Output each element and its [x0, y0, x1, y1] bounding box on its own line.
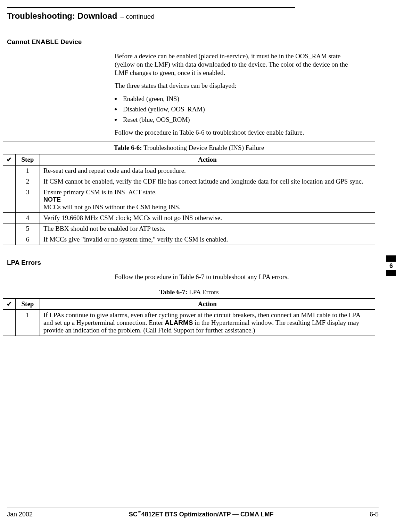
side-tab-number: 6 [386, 262, 396, 270]
check-cell [3, 310, 16, 336]
section1-para3: Follow the procedure in Table 6-6 to tro… [115, 128, 351, 137]
check-cell [3, 213, 16, 223]
bullet-item: Reset (blue, OOS_ROM) [115, 116, 351, 124]
check-cell [3, 176, 16, 187]
section1-para2: The three states that devices can be dis… [115, 82, 351, 90]
table-6-6: Table 6-6: Troubleshooting Device Enable… [3, 142, 375, 245]
table-header-row: ✔ Step Action [3, 154, 375, 165]
footer-center: SC™4812ET BTS Optimization/ATP — CDMA LM… [129, 511, 274, 518]
section2-para1: Follow the procedure in Table 6-7 to tro… [115, 273, 351, 281]
table-row: 6 If MCCs give "invalid or no system tim… [3, 234, 375, 245]
step-cell: 1 [16, 310, 40, 336]
action-cell: The BBX should not be enabled for ATP te… [40, 223, 375, 234]
table-title-row: Table 6-6: Troubleshooting Device Enable… [3, 142, 375, 154]
table-title-prefix: Table 6-6: [114, 144, 142, 151]
header-continued-text: – continued [118, 13, 155, 20]
section-heading-cannot-enable: Cannot ENABLE Device [7, 38, 379, 46]
action-cell: If CSM cannot be enabled, verify the CDF… [40, 176, 375, 187]
table-title-rest: LPA Errors [188, 288, 219, 296]
step-cell: 4 [16, 213, 40, 223]
step-cell: 6 [16, 234, 40, 245]
header-rule [7, 9, 379, 9]
action-text: Ensure primary CSM is in INS_ACT state. [43, 188, 371, 196]
action-cell: Verify 19.6608 MHz CSM clock; MCCs will … [40, 213, 375, 223]
table-row: 5 The BBX should not be enabled for ATP … [3, 223, 375, 234]
table-row: 1 Re-seat card and repeat code and data … [3, 165, 375, 176]
note-label: NOTE [43, 196, 371, 203]
footer-center-pre: SC [129, 511, 138, 518]
page-footer: Jan 2002 SC™4812ET BTS Optimization/ATP … [7, 507, 379, 518]
step-cell: 2 [16, 176, 40, 187]
section1-bullets: Enabled (green, INS) Disabled (yellow, O… [115, 95, 351, 124]
footer-page-num: 6-5 [370, 511, 379, 518]
side-chapter-tab: 6 [386, 255, 396, 276]
table-row: 1 If LPAs continue to give alarms, even … [3, 310, 375, 336]
section1-body: Before a device can be enabled (placed i… [115, 52, 351, 137]
table-6-6-wrap: Table 6-6: Troubleshooting Device Enable… [3, 142, 379, 245]
table-6-7: Table 6-7: LPA Errors ✔ Step Action 1 If… [3, 286, 375, 336]
action-cell: If MCCs give "invalid or no system time,… [40, 234, 375, 245]
col-action-header: Action [40, 298, 375, 310]
step-cell: 5 [16, 223, 40, 234]
table-6-6-title: Table 6-6: Troubleshooting Device Enable… [3, 142, 375, 154]
section1-para1: Before a device can be enabled (placed i… [115, 52, 351, 77]
col-check-header: ✔ [3, 154, 16, 165]
check-cell [3, 234, 16, 245]
action-cell: If LPAs continue to give alarms, even af… [40, 310, 375, 336]
col-step-header: Step [16, 298, 40, 310]
bullet-item: Enabled (green, INS) [115, 95, 351, 103]
header-title-text: Troubleshooting: Download [7, 11, 117, 20]
action-cmd: ALARMS [165, 319, 193, 326]
section-heading-lpa-errors: LPA Errors [7, 259, 379, 267]
action-cell: Re-seat card and repeat code and data lo… [40, 165, 375, 176]
table-title-row: Table 6-7: LPA Errors [3, 286, 375, 298]
side-tab-bar-bottom [386, 270, 396, 276]
checkmark-icon: ✔ [7, 156, 12, 163]
table-6-7-title: Table 6-7: LPA Errors [3, 286, 375, 298]
page-header: Troubleshooting: Download – continued [7, 11, 379, 21]
check-cell [3, 223, 16, 234]
col-action-header: Action [40, 154, 375, 165]
check-cell [3, 187, 16, 213]
side-tab-bar-top [386, 255, 396, 262]
table-title-prefix: Table 6-7: [159, 288, 187, 296]
checkmark-icon: ✔ [7, 301, 12, 307]
step-cell: 1 [16, 165, 40, 176]
section2-body: Follow the procedure in Table 6-7 to tro… [115, 273, 351, 281]
table-row: 3 Ensure primary CSM is in INS_ACT state… [3, 187, 375, 213]
table-title-rest: Troubleshooting Device Enable (INS) Fail… [142, 144, 264, 151]
tm-icon: ™ [138, 510, 141, 514]
check-cell [3, 165, 16, 176]
footer-center-post: 4812ET BTS Optimization/ATP — CDMA LMF [141, 511, 274, 518]
action-cell: Ensure primary CSM is in INS_ACT state. … [40, 187, 375, 213]
table-6-7-wrap: Table 6-7: LPA Errors ✔ Step Action 1 If… [3, 286, 379, 336]
step-cell: 3 [16, 187, 40, 213]
note-text: MCCs will not go INS without the CSM bei… [43, 203, 371, 211]
table-row: 4 Verify 19.6608 MHz CSM clock; MCCs wil… [3, 213, 375, 223]
col-step-header: Step [16, 154, 40, 165]
footer-date: Jan 2002 [7, 511, 33, 518]
bullet-item: Disabled (yellow, OOS_RAM) [115, 105, 351, 113]
col-check-header: ✔ [3, 298, 16, 310]
table-header-row: ✔ Step Action [3, 298, 375, 310]
header-accent-bar [7, 7, 295, 8]
table-row: 2 If CSM cannot be enabled, verify the C… [3, 176, 375, 187]
